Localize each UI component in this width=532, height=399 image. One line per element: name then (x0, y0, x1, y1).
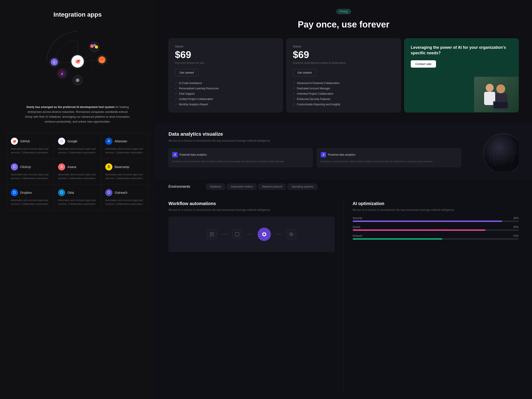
ai-panel: AI optimization We are on a mission to r… (353, 201, 519, 392)
progress-item-speed: Speed 80% (353, 225, 519, 231)
svg-point-76 (504, 159, 505, 160)
svg-point-74 (497, 159, 498, 160)
analytics-card-title-1: Powered data analytics (179, 153, 207, 156)
svg-rect-86 (211, 234, 212, 235)
svg-point-56 (490, 154, 490, 155)
app-desc-dropbox: Automates and connects apps and services… (11, 198, 50, 206)
progress-value-security: 90% (513, 216, 519, 220)
ai-title: AI optimization (353, 201, 519, 206)
workflow-connector-2 (247, 234, 253, 234)
svg-rect-31 (494, 102, 508, 108)
feature-item: Unlimited Project Collaboration (293, 92, 394, 95)
feature-item: Enhanced Security Features (293, 98, 394, 101)
svg-point-40 (491, 148, 491, 148)
workflow-desc: We are on a mission to revolutionize the… (168, 208, 335, 212)
app-desc-atlassian: Automates and connects apps and services… (105, 147, 144, 154)
workflow-panel: Workflow automations We are on a mission… (168, 201, 335, 392)
analytics-cards: ⚡ Powered data analytics Develop a compr… (168, 148, 461, 167)
env-tab-network-protocol[interactable]: Network protocol (258, 184, 286, 190)
svg-text:🦊: 🦊 (100, 58, 104, 62)
app-name-outreach: Outreach (115, 191, 127, 194)
plan-desc-1: Pay-once license for you. (175, 61, 276, 64)
svg-point-78 (511, 161, 511, 162)
app-name-okta: Okta (67, 191, 74, 194)
svg-point-75 (501, 159, 501, 159)
feature-item: AI Code Assistance (175, 82, 276, 85)
feature-list-1: AI Code AssistancePersonalized Learning … (175, 82, 276, 106)
svg-point-63 (514, 155, 515, 156)
svg-point-42 (497, 146, 498, 146)
orbital-diagram: 🐙 🦊 # C (31, 27, 124, 98)
svg-point-55 (514, 152, 515, 153)
analytics-icon-2: ⚡ (321, 152, 326, 157)
progress-bar-bg-speed (353, 229, 519, 231)
get-started-button-2[interactable]: Get started (293, 69, 316, 76)
progress-bar-fill-network (353, 238, 443, 240)
app-icon-dropbox: D (11, 189, 18, 196)
env-tab-automation-testers[interactable]: Automation testers (227, 184, 256, 190)
plan-price-1: $69 (175, 50, 276, 60)
svg-rect-83 (210, 233, 214, 236)
analytics-card-desc-1: Develop a comprehensive data analytics p… (172, 160, 309, 163)
svg-point-70 (510, 158, 511, 158)
svg-point-43 (501, 146, 501, 146)
svg-point-64 (490, 158, 491, 158)
app-header-dropbox: D Dropbox (11, 189, 50, 196)
svg-text:#: # (61, 72, 63, 76)
progress-item-security: Security 90% (353, 216, 519, 222)
app-cell-github: 🐙 GitHub Automates and connects apps and… (7, 133, 54, 159)
app-cell-outreach: O Outreach Automates and connects apps a… (101, 185, 148, 210)
app-header-okta: O Okta (58, 189, 97, 196)
progress-value-speed: 80% (513, 225, 519, 228)
app-icon-okta: O (58, 189, 65, 196)
env-tab-operating-systems[interactable]: Operating systems (287, 184, 317, 190)
svg-point-54 (510, 151, 511, 152)
app-icon-clickup: C (11, 163, 18, 171)
app-icon-atlassian: A (105, 138, 112, 145)
app-desc-outreach: Automates and connects apps and services… (105, 198, 144, 206)
app-icon-asana: A (58, 163, 65, 171)
svg-point-62 (510, 154, 510, 155)
app-desc-basecamp: Automates and connects apps and services… (105, 173, 144, 180)
app-name-atlassian: Atlassian (115, 139, 127, 143)
contact-sale-button[interactable]: Contact sale (411, 60, 436, 68)
svg-text:🐙: 🐙 (75, 58, 81, 64)
app-header-asana: A Asana (58, 163, 97, 171)
svg-point-33 (492, 144, 493, 145)
progress-bar-bg-network (353, 238, 519, 240)
progress-bar-bg-security (353, 221, 519, 222)
svg-point-32 (483, 133, 519, 171)
svg-point-35 (499, 143, 499, 143)
env-tab-database[interactable]: Database (206, 184, 225, 190)
svg-rect-85 (212, 234, 213, 234)
environments-section: Environments DatabaseAutomation testersN… (155, 179, 532, 194)
svg-point-58 (496, 152, 497, 153)
svg-point-71 (514, 159, 514, 160)
app-desc-github: Automates and connects apps and services… (11, 147, 50, 154)
pricing-headline: Pay once, use forever (168, 19, 519, 30)
feature-item: Monthly Analytics Report (175, 103, 276, 106)
app-icon-basecamp: B (105, 163, 112, 171)
svg-point-47 (514, 149, 515, 149)
svg-point-69 (507, 157, 507, 157)
env-tabs: DatabaseAutomation testersNetwork protoc… (206, 184, 317, 190)
orbital-svg: 🐙 🦊 # C (31, 27, 124, 98)
svg-point-44 (504, 146, 505, 146)
app-header-outreach: O Outreach (105, 189, 144, 196)
svg-point-73 (494, 160, 495, 160)
app-header-basecamp: B Basecamp (105, 163, 144, 171)
feature-item: Advanced AI-Powered Collaboration (293, 82, 394, 85)
integration-title: Integration apps (53, 11, 102, 18)
svg-point-66 (497, 156, 497, 157)
app-cell-atlassian: A Atlassian Automates and connects apps … (101, 133, 148, 159)
pricing-cards: Starter $69 Pay-once license for you. Ge… (168, 38, 519, 112)
analytics-card-title-2: Powered data analytics (328, 153, 355, 156)
svg-point-51 (500, 149, 501, 149)
svg-point-28 (496, 84, 505, 93)
pricing-card-1: Starter $69 Pay-once license for you. Ge… (168, 38, 283, 112)
app-header-github: 🐙 GitHub (11, 138, 50, 145)
get-started-button-1[interactable]: Get started (175, 69, 198, 76)
app-header-clickup: C ClickUp (11, 163, 50, 171)
app-name-dropbox: Dropbox (20, 191, 32, 194)
svg-point-45 (507, 146, 508, 147)
